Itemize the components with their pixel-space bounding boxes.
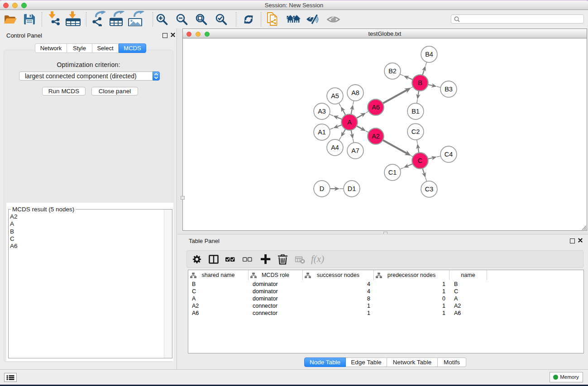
svg-text:A1: A1	[318, 129, 326, 136]
svg-text:B: B	[418, 79, 422, 86]
svg-text:A8: A8	[351, 89, 359, 96]
svg-text:A6: A6	[372, 104, 380, 111]
svg-text:B2: B2	[388, 67, 397, 75]
svg-text:A4: A4	[331, 144, 339, 151]
svg-text:C: C	[418, 157, 422, 164]
svg-text:A2: A2	[372, 133, 380, 140]
svg-text:D: D	[320, 185, 324, 192]
svg-text:C3: C3	[425, 186, 434, 193]
svg-text:A7: A7	[351, 147, 359, 154]
svg-text:C1: C1	[388, 169, 397, 176]
svg-text:A5: A5	[331, 92, 339, 100]
svg-text:B3: B3	[445, 86, 453, 93]
svg-text:B1: B1	[411, 108, 420, 115]
svg-text:D1: D1	[348, 185, 356, 192]
svg-text:B4: B4	[425, 51, 433, 58]
svg-text:A: A	[347, 119, 352, 126]
svg-text:C2: C2	[411, 128, 420, 135]
svg-text:C4: C4	[445, 151, 453, 158]
svg-text:A3: A3	[318, 108, 326, 115]
